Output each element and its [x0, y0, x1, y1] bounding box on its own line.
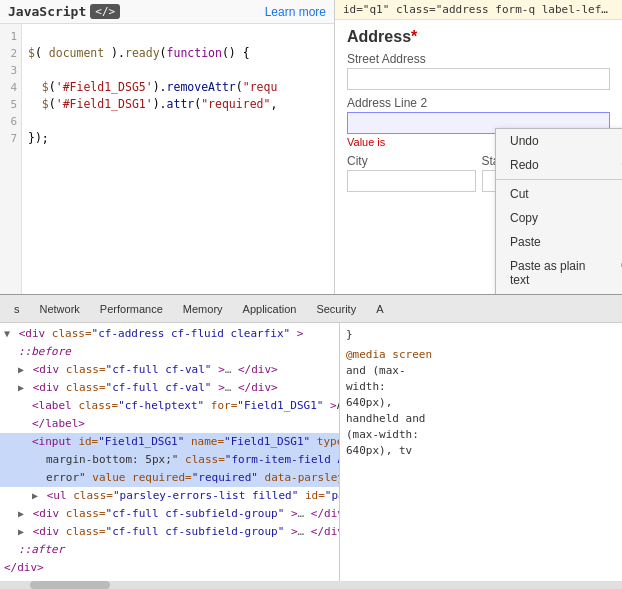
style-line: @media screen: [346, 347, 616, 363]
devtools-scrollbar-thumb[interactable]: [30, 581, 110, 589]
dom-line: ::before: [0, 343, 339, 361]
form-title: Address*: [347, 28, 610, 46]
street-address-label: Street Address: [347, 52, 610, 66]
devtools-tabs: s Network Performance Memory Application…: [0, 295, 622, 323]
js-label: JavaScript: [8, 4, 86, 19]
ctx-copy[interactable]: Copy Ctrl+C: [496, 206, 622, 230]
top-panel: JavaScript </> Learn more 1 2 3 4 5 6 7 …: [0, 0, 622, 295]
dom-line: ▶ <div class="cf-full cf-subfield-group"…: [0, 505, 339, 523]
dom-line: ▼ <div class="cf-address cf-fluid clearf…: [0, 325, 339, 343]
ctx-cut[interactable]: Cut Ctrl+X: [496, 182, 622, 206]
style-line: (max-width:: [346, 427, 616, 443]
ctx-paste[interactable]: Paste Ctrl+V: [496, 230, 622, 254]
style-line: and (max-: [346, 363, 616, 379]
style-line: width:: [346, 379, 616, 395]
style-line: 640px),: [346, 395, 616, 411]
style-line: }: [346, 327, 616, 343]
form-panel: id="q1" class="address form-q label-left…: [335, 0, 622, 294]
tab-performance[interactable]: Performance: [90, 299, 173, 319]
style-line: handheld and: [346, 411, 616, 427]
js-tag: JavaScript </>: [8, 4, 120, 19]
ctx-sep-1: [496, 179, 622, 180]
tab-partial-s[interactable]: s: [4, 299, 30, 319]
dom-line: ▶ <ul class="parsley-errors-list filled"…: [0, 487, 339, 505]
learn-more-link[interactable]: Learn more: [265, 5, 326, 19]
dom-line: ::after: [0, 541, 339, 559]
js-editor: JavaScript </> Learn more 1 2 3 4 5 6 7 …: [0, 0, 335, 294]
dom-line: ▶ <div class="cf-full cf-val" >… </div>: [0, 361, 339, 379]
devtools-scrollbar[interactable]: [0, 581, 622, 589]
dom-line: <label class="cf-helptext" for="Field1_D…: [0, 397, 339, 415]
address2-label: Address Line 2: [347, 96, 610, 110]
ctx-select-all[interactable]: Select all Ctrl+A: [496, 292, 622, 294]
code-content[interactable]: $( document ).ready(function() { $('#Fie…: [22, 24, 334, 294]
devtools-content: ▼ <div class="cf-address cf-fluid clearf…: [0, 323, 622, 581]
dom-line: ▶ <div class="cf-full cf-subfield-group"…: [0, 523, 339, 541]
styles-panel: } @media screen and (max- width: 640px),…: [340, 323, 622, 581]
city-input[interactable]: [347, 170, 476, 192]
line-numbers: 1 2 3 4 5 6 7: [0, 24, 22, 294]
tab-security[interactable]: Security: [306, 299, 366, 319]
dom-line: </div>: [0, 559, 339, 577]
code-area: 1 2 3 4 5 6 7 $( document ).ready(functi…: [0, 24, 334, 294]
style-line: 640px), tv: [346, 443, 616, 459]
devtools-panel: s Network Performance Memory Application…: [0, 295, 622, 589]
tab-a[interactable]: A: [366, 299, 393, 319]
ctx-undo[interactable]: Undo Ctrl+Z: [496, 129, 622, 153]
js-bracket: </>: [90, 4, 120, 19]
dom-line: </label>: [0, 415, 339, 433]
city-label: City: [347, 154, 476, 168]
dom-selected-line-cont2: error" value required="required" data-pa…: [0, 469, 339, 487]
ctx-paste-plain[interactable]: Paste as plain text Ctrl+Shift+V: [496, 254, 622, 292]
tab-application[interactable]: Application: [233, 299, 307, 319]
tab-memory[interactable]: Memory: [173, 299, 233, 319]
context-menu: Undo Ctrl+Z Redo Ctrl+Shift+Z Cut Ctrl+X…: [495, 128, 622, 294]
dom-panel[interactable]: ▼ <div class="cf-address cf-fluid clearf…: [0, 323, 340, 581]
js-editor-header: JavaScript </> Learn more: [0, 0, 334, 24]
form-attr-bar: id="q1" class="address form-q label-left…: [335, 0, 622, 20]
ctx-redo[interactable]: Redo Ctrl+Shift+Z: [496, 153, 622, 177]
dom-line: ▶ <div class="cf-full cf-val" >… </div>: [0, 379, 339, 397]
dom-selected-line: <input id="Field1_DSG1" name="Field1_DSG…: [0, 433, 339, 451]
tab-network[interactable]: Network: [30, 299, 90, 319]
street-address-input[interactable]: [347, 68, 610, 90]
dom-selected-line-cont: margin-bottom: 5px;" class="form-item-fi…: [0, 451, 339, 469]
